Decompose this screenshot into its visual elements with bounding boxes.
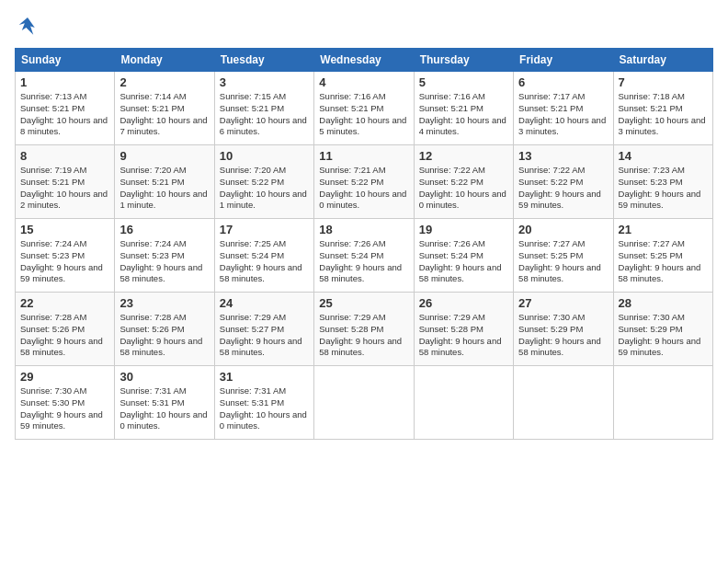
day-info: Sunrise: 7:15 AMSunset: 5:21 PMDaylight:…: [220, 91, 309, 138]
calendar-cell: 21Sunrise: 7:27 AMSunset: 5:25 PMDayligh…: [613, 219, 712, 293]
calendar-cell: 18Sunrise: 7:26 AMSunset: 5:24 PMDayligh…: [314, 219, 414, 293]
day-info: Sunrise: 7:30 AMSunset: 5:30 PMDaylight:…: [20, 385, 109, 432]
day-number: 13: [518, 149, 608, 163]
day-number: 1: [20, 75, 109, 89]
logo: [15, 15, 44, 40]
day-info: Sunrise: 7:29 AMSunset: 5:28 PMDaylight:…: [319, 312, 408, 359]
day-info: Sunrise: 7:25 AMSunset: 5:24 PMDaylight:…: [220, 238, 309, 285]
column-header-tuesday: Tuesday: [214, 49, 313, 72]
day-info: Sunrise: 7:24 AMSunset: 5:23 PMDaylight:…: [20, 238, 109, 285]
calendar-cell: 24Sunrise: 7:29 AMSunset: 5:27 PMDayligh…: [214, 293, 313, 366]
calendar-cell: 17Sunrise: 7:25 AMSunset: 5:24 PMDayligh…: [214, 219, 313, 293]
day-number: 11: [319, 149, 408, 163]
calendar-cell: 8Sunrise: 7:19 AMSunset: 5:21 PMDaylight…: [16, 145, 115, 219]
day-number: 10: [220, 149, 309, 163]
column-header-sunday: Sunday: [16, 49, 115, 72]
day-info: Sunrise: 7:16 AMSunset: 5:21 PMDaylight:…: [419, 91, 508, 138]
calendar-cell: 29Sunrise: 7:30 AMSunset: 5:30 PMDayligh…: [16, 366, 115, 440]
day-info: Sunrise: 7:18 AMSunset: 5:21 PMDaylight:…: [619, 91, 708, 138]
day-number: 2: [119, 75, 209, 89]
calendar-cell: 14Sunrise: 7:23 AMSunset: 5:23 PMDayligh…: [613, 145, 712, 219]
calendar-week-row: 1Sunrise: 7:13 AMSunset: 5:21 PMDaylight…: [16, 72, 713, 145]
day-info: Sunrise: 7:30 AMSunset: 5:29 PMDaylight:…: [619, 312, 708, 359]
page-header: [15, 15, 713, 40]
column-header-thursday: Thursday: [414, 49, 513, 72]
day-number: 19: [419, 223, 508, 236]
day-number: 8: [20, 149, 109, 163]
day-number: 30: [119, 370, 209, 384]
calendar-week-row: 22Sunrise: 7:28 AMSunset: 5:26 PMDayligh…: [16, 293, 713, 366]
day-info: Sunrise: 7:19 AMSunset: 5:21 PMDaylight:…: [20, 165, 109, 212]
day-number: 5: [419, 75, 508, 89]
calendar-cell: 26Sunrise: 7:29 AMSunset: 5:28 PMDayligh…: [414, 293, 513, 366]
calendar-week-row: 15Sunrise: 7:24 AMSunset: 5:23 PMDayligh…: [16, 219, 713, 293]
day-info: Sunrise: 7:23 AMSunset: 5:23 PMDaylight:…: [619, 165, 708, 212]
day-info: Sunrise: 7:28 AMSunset: 5:26 PMDaylight:…: [119, 312, 209, 359]
calendar-cell: 28Sunrise: 7:30 AMSunset: 5:29 PMDayligh…: [613, 293, 712, 366]
calendar-cell: 6Sunrise: 7:17 AMSunset: 5:21 PMDaylight…: [514, 72, 613, 145]
day-number: 16: [119, 223, 209, 236]
calendar-table: SundayMondayTuesdayWednesdayThursdayFrid…: [15, 48, 713, 440]
day-info: Sunrise: 7:16 AMSunset: 5:21 PMDaylight:…: [319, 91, 408, 138]
day-number: 6: [518, 75, 608, 89]
svg-marker-0: [19, 17, 35, 35]
column-header-monday: Monday: [115, 49, 214, 72]
calendar-cell: 20Sunrise: 7:27 AMSunset: 5:25 PMDayligh…: [514, 219, 613, 293]
day-number: 25: [319, 296, 408, 310]
day-number: 17: [220, 223, 309, 236]
day-number: 15: [20, 223, 109, 236]
day-number: 28: [619, 296, 708, 310]
day-info: Sunrise: 7:29 AMSunset: 5:28 PMDaylight:…: [419, 312, 508, 359]
logo-icon: [15, 15, 40, 40]
day-number: 4: [319, 75, 408, 89]
day-info: Sunrise: 7:17 AMSunset: 5:21 PMDaylight:…: [518, 91, 608, 138]
calendar-cell: 15Sunrise: 7:24 AMSunset: 5:23 PMDayligh…: [16, 219, 115, 293]
day-info: Sunrise: 7:30 AMSunset: 5:29 PMDaylight:…: [518, 312, 608, 359]
day-info: Sunrise: 7:22 AMSunset: 5:22 PMDaylight:…: [419, 165, 508, 212]
calendar-cell: 25Sunrise: 7:29 AMSunset: 5:28 PMDayligh…: [314, 293, 414, 366]
calendar-cell: 11Sunrise: 7:21 AMSunset: 5:22 PMDayligh…: [314, 145, 414, 219]
calendar-cell: 9Sunrise: 7:20 AMSunset: 5:21 PMDaylight…: [115, 145, 214, 219]
calendar-cell: 16Sunrise: 7:24 AMSunset: 5:23 PMDayligh…: [115, 219, 214, 293]
calendar-cell: 3Sunrise: 7:15 AMSunset: 5:21 PMDaylight…: [214, 72, 313, 145]
calendar-cell: 27Sunrise: 7:30 AMSunset: 5:29 PMDayligh…: [514, 293, 613, 366]
calendar-cell: 5Sunrise: 7:16 AMSunset: 5:21 PMDaylight…: [414, 72, 513, 145]
day-number: 9: [119, 149, 209, 163]
column-header-saturday: Saturday: [613, 49, 712, 72]
day-info: Sunrise: 7:26 AMSunset: 5:24 PMDaylight:…: [419, 238, 508, 285]
column-header-friday: Friday: [514, 49, 613, 72]
calendar-cell: 13Sunrise: 7:22 AMSunset: 5:22 PMDayligh…: [514, 145, 613, 219]
column-header-wednesday: Wednesday: [314, 49, 414, 72]
day-info: Sunrise: 7:20 AMSunset: 5:22 PMDaylight:…: [220, 165, 309, 212]
day-number: 3: [220, 75, 309, 89]
day-info: Sunrise: 7:27 AMSunset: 5:25 PMDaylight:…: [619, 238, 708, 285]
day-number: 14: [619, 149, 708, 163]
calendar-cell: 30Sunrise: 7:31 AMSunset: 5:31 PMDayligh…: [115, 366, 214, 440]
day-info: Sunrise: 7:26 AMSunset: 5:24 PMDaylight:…: [319, 238, 408, 285]
day-info: Sunrise: 7:21 AMSunset: 5:22 PMDaylight:…: [319, 165, 408, 212]
day-number: 29: [20, 370, 109, 384]
day-info: Sunrise: 7:20 AMSunset: 5:21 PMDaylight:…: [119, 165, 209, 212]
calendar-cell: 2Sunrise: 7:14 AMSunset: 5:21 PMDaylight…: [115, 72, 214, 145]
day-number: 12: [419, 149, 508, 163]
day-number: 23: [119, 296, 209, 310]
calendar-cell: [613, 366, 712, 440]
day-number: 26: [419, 296, 508, 310]
calendar-cell: 12Sunrise: 7:22 AMSunset: 5:22 PMDayligh…: [414, 145, 513, 219]
day-number: 24: [220, 296, 309, 310]
calendar-cell: 10Sunrise: 7:20 AMSunset: 5:22 PMDayligh…: [214, 145, 313, 219]
calendar-week-row: 29Sunrise: 7:30 AMSunset: 5:30 PMDayligh…: [16, 366, 713, 440]
day-number: 7: [619, 75, 708, 89]
day-info: Sunrise: 7:14 AMSunset: 5:21 PMDaylight:…: [119, 91, 209, 138]
calendar-cell: [514, 366, 613, 440]
day-info: Sunrise: 7:31 AMSunset: 5:31 PMDaylight:…: [119, 385, 209, 432]
day-number: 31: [220, 370, 309, 384]
calendar-cell: 31Sunrise: 7:31 AMSunset: 5:31 PMDayligh…: [214, 366, 313, 440]
day-number: 20: [518, 223, 608, 236]
calendar-cell: 7Sunrise: 7:18 AMSunset: 5:21 PMDaylight…: [613, 72, 712, 145]
day-number: 27: [518, 296, 608, 310]
day-info: Sunrise: 7:24 AMSunset: 5:23 PMDaylight:…: [119, 238, 209, 285]
day-info: Sunrise: 7:31 AMSunset: 5:31 PMDaylight:…: [220, 385, 309, 432]
day-info: Sunrise: 7:27 AMSunset: 5:25 PMDaylight:…: [518, 238, 608, 285]
calendar-cell: 4Sunrise: 7:16 AMSunset: 5:21 PMDaylight…: [314, 72, 414, 145]
